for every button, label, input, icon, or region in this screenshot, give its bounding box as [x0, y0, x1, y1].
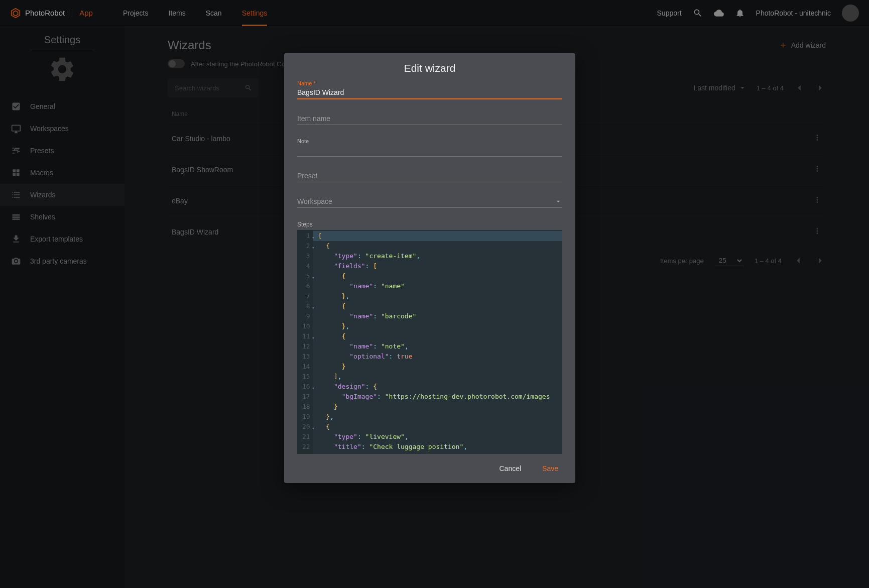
- code-editor[interactable]: 1▾2▾345▾678▾91011▾1213141516▾17181920▾21…: [297, 230, 562, 454]
- field-workspace: Workspace: [297, 195, 562, 208]
- field-note: Note: [297, 138, 562, 157]
- workspace-select[interactable]: Workspace: [297, 195, 562, 208]
- item-name-input[interactable]: Item name: [297, 112, 562, 125]
- modal-title: Edit wizard: [284, 53, 575, 78]
- field-item-name: Item name: [297, 112, 562, 125]
- name-label: Name *: [297, 80, 562, 86]
- name-input[interactable]: [297, 86, 562, 99]
- edit-wizard-modal: Edit wizard Name * Item name Note Preset…: [284, 53, 575, 483]
- field-preset: Preset: [297, 170, 562, 182]
- chevron-down-icon: [554, 197, 562, 205]
- note-label: Note: [297, 138, 562, 144]
- field-name: Name *: [297, 80, 562, 99]
- save-button[interactable]: Save: [539, 464, 561, 473]
- note-input[interactable]: [297, 144, 562, 157]
- steps-label: Steps: [297, 221, 562, 228]
- workspace-label: Workspace: [297, 197, 332, 205]
- preset-input[interactable]: Preset: [297, 170, 562, 182]
- cancel-button[interactable]: Cancel: [496, 464, 524, 473]
